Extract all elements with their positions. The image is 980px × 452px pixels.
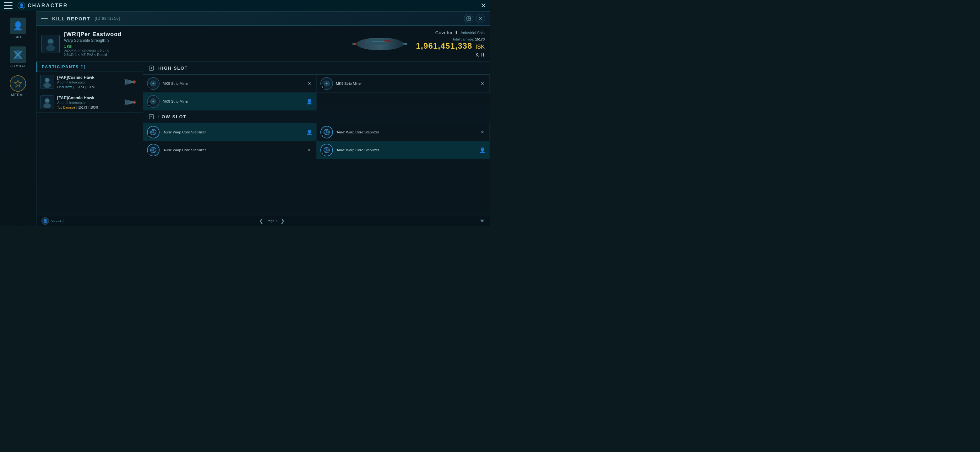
module-low-2-icon: 1: [320, 126, 333, 138]
high-slot-title: High Slot: [158, 66, 188, 71]
sidebar-item-combat[interactable]: 👤 Combat: [0, 44, 36, 70]
module-low-1-action[interactable]: 👤: [306, 129, 313, 135]
filter-button[interactable]: [480, 218, 485, 224]
svg-point-15: [133, 80, 136, 84]
module-high-2-icon: 1: [320, 77, 333, 90]
module-low-3[interactable]: 1 'Aura' Warp Core Stabilizer ✕: [143, 141, 317, 159]
top-bar-left: 👤 CHARACTER: [4, 2, 68, 10]
participant-2-ship: Atron II Interceptor: [57, 101, 119, 105]
participant-item-1[interactable]: [FAP]Cosmic Hawk Atron II Interceptor Fi…: [37, 72, 143, 92]
module-low-3-action[interactable]: ✕: [306, 147, 313, 153]
module-high-1-action[interactable]: ✕: [306, 80, 313, 87]
sidebar: 👤 Bio 👤 Combat Medal: [0, 11, 36, 226]
module-low-4[interactable]: 1 'Aura' Warp Core Stabilizer 👤: [317, 141, 490, 159]
panel-menu-icon[interactable]: [41, 16, 48, 21]
participant-2-info: [FAP]Cosmic Hawk Atron II Interceptor To…: [57, 95, 119, 109]
export-button[interactable]: [464, 14, 473, 23]
module-high-2[interactable]: 1 MK9 Strip Miner ✕: [317, 75, 490, 93]
kill-report-panel: KILL REPORT [ID:6941216] ✕ [WRI]Per East…: [36, 11, 490, 226]
module-low-4-action[interactable]: 👤: [479, 147, 485, 153]
svg-point-19: [133, 100, 136, 104]
svg-point-44: [152, 149, 154, 151]
bottom-nav: ❮ Page 7 ❯: [259, 218, 285, 224]
participant-1-avatar: [40, 75, 54, 89]
module-high-1-name: MK9 Strip Miner: [163, 81, 303, 86]
participants-panel: Participants [1] [FAP]Cosmic Hawk Atron …: [37, 62, 143, 216]
svg-rect-11: [375, 45, 388, 46]
svg-marker-2: [14, 80, 22, 87]
kill-location: XSUD-1 < MZ-PA2 < Detoid: [64, 53, 344, 57]
panel-title: KILL REPORT: [52, 16, 91, 21]
svg-point-17: [43, 103, 51, 108]
participants-count: [1]: [81, 65, 85, 69]
prev-page-button[interactable]: ❮: [259, 218, 263, 224]
participant-item-2[interactable]: [FAP]Cosmic Hawk Atron II Interceptor To…: [37, 92, 143, 113]
victim-warp: Warp Scramble Strength: 3: [64, 38, 344, 43]
participant-1-info: [FAP]Cosmic Hawk Atron II Interceptor Fi…: [57, 75, 119, 89]
module-low-2[interactable]: 1 'Aura' Warp Core Stabilizer ✕: [317, 123, 490, 141]
module-high-2-name: MK9 Strip Miner: [336, 81, 476, 86]
module-high-3-name: MK9 Strip Miner: [163, 99, 303, 104]
module-high-1[interactable]: 1 MK9 Strip Miner ✕: [143, 75, 317, 93]
character-header: 👤 CHARACTER: [18, 2, 68, 10]
sidebar-label-combat: Combat: [10, 64, 26, 68]
ship-image-area: [348, 32, 412, 57]
module-low-1-name: 'Aura' Warp Core Stabilizer: [163, 130, 303, 135]
bottom-separator: |: [64, 219, 64, 222]
svg-point-9: [353, 43, 356, 45]
bio-avatar: 👤: [10, 17, 26, 34]
svg-point-5: [46, 45, 55, 51]
damage-label: Total damage: 15173: [416, 37, 485, 41]
isk-line: 1,961,451,338 ISK: [416, 41, 485, 51]
victim-section: [WRI]Per Eastwood Warp Scramble Strength…: [37, 26, 490, 62]
main-menu-icon[interactable]: [4, 2, 13, 9]
participant-2-name: [FAP]Cosmic Hawk: [57, 95, 119, 100]
bottom-bar: 👤 565.24 | ❮ Page 7 ❯: [37, 216, 490, 226]
participant-2-avatar: [40, 95, 54, 109]
sidebar-label-medal: Medal: [11, 93, 25, 97]
panel-close-button[interactable]: ✕: [476, 14, 485, 23]
bottom-score: 565.24: [51, 219, 62, 223]
svg-point-37: [326, 131, 328, 133]
low-slot-icon: [148, 113, 155, 121]
victim-name: [WRI]Per Eastwood: [64, 31, 344, 38]
module-low-2-action[interactable]: ✕: [479, 129, 485, 135]
sidebar-label-bio: Bio: [14, 35, 21, 39]
panel-header: KILL REPORT [ID:6941216] ✕: [37, 12, 490, 26]
low-slot-title: Low Slot: [158, 114, 186, 119]
participants-header: Participants [1]: [37, 62, 143, 72]
module-high-2-action[interactable]: ✕: [479, 80, 485, 87]
ship-stats: Covetor II Industrial Ship Total damage:…: [416, 30, 485, 58]
high-slot-grid: 1 MK9 Strip Miner ✕ 1: [143, 75, 490, 111]
module-high-3-action[interactable]: 👤: [306, 98, 313, 105]
low-slot-section: Low Slot: [143, 111, 490, 159]
sidebar-item-medal[interactable]: Medal: [0, 73, 36, 99]
top-close-button[interactable]: ✕: [480, 2, 486, 9]
participant-1-name: [FAP]Cosmic Hawk: [57, 75, 119, 80]
medal-icon: [10, 75, 26, 92]
svg-point-26: [153, 101, 154, 102]
module-low-1[interactable]: 1 'Aura' Warp Core Stabilizer 👤: [143, 123, 317, 141]
participant-2-ship-image: [122, 96, 139, 108]
combat-avatar: 👤: [10, 46, 26, 63]
main-content: Participants [1] [FAP]Cosmic Hawk Atron …: [37, 62, 490, 216]
high-slot-header: High Slot: [143, 62, 490, 75]
module-low-3-name: 'Aura' Warp Core Stabilizer: [163, 148, 303, 152]
module-low-4-icon: 1: [320, 144, 333, 156]
next-page-button[interactable]: ❯: [280, 218, 285, 224]
sidebar-item-bio[interactable]: 👤 Bio: [0, 15, 36, 41]
module-low-1-icon: 1: [147, 126, 159, 138]
module-high-3[interactable]: 1 MK9 Strip Miner 👤: [143, 93, 317, 111]
top-bar: 👤 CHARACTER ✕: [0, 0, 490, 11]
panel-header-actions: ✕: [464, 14, 485, 23]
ship-image: [350, 33, 410, 55]
svg-point-24: [326, 83, 327, 84]
participants-title: Participants: [42, 64, 79, 69]
low-slot-grid: 1 'Aura' Warp Core Stabilizer 👤: [143, 123, 490, 159]
ship-type-line: Covetor II Industrial Ship: [416, 30, 485, 35]
participant-1-stats: Final Blow | 15173 | 100%: [57, 86, 119, 89]
module-low-4-name: 'Aura' Warp Core Stabilizer: [336, 148, 476, 152]
panel-id: [ID:6941216]: [95, 16, 120, 21]
module-low-2-name: 'Aura' Warp Core Stabilizer: [336, 130, 476, 135]
participant-1-ship-image: [122, 76, 139, 88]
